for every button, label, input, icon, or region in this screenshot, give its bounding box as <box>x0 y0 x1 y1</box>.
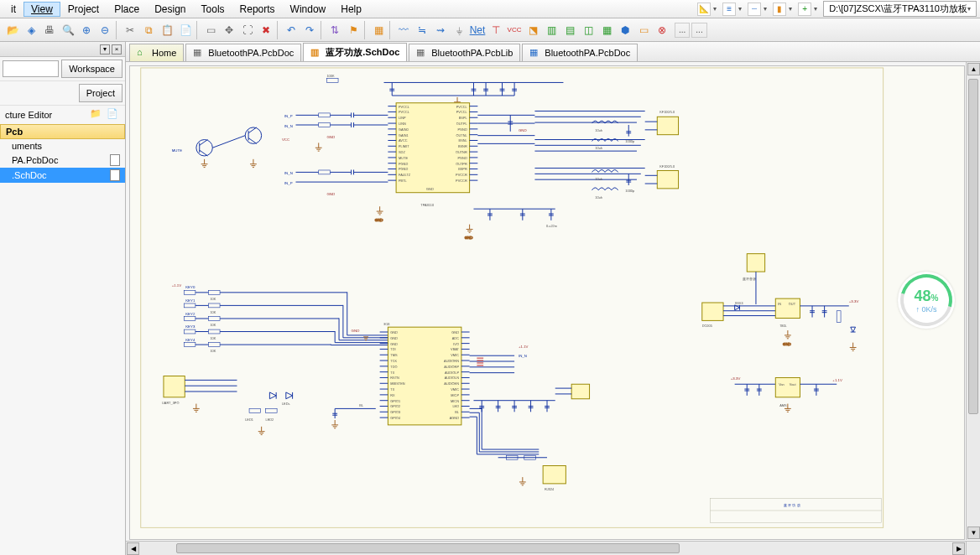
svg-rect-198 <box>184 329 195 334</box>
noconnect-icon[interactable]: ⊗ <box>653 21 671 39</box>
signal-icon[interactable]: ⇝ <box>431 21 450 39</box>
zoom-out-icon[interactable]: ⊖ <box>96 21 114 39</box>
cut-icon[interactable]: ✂ <box>121 21 139 39</box>
performance-widget[interactable]: 48% ↑ 0K/s <box>898 272 955 329</box>
workspace-button[interactable]: Workspace <box>61 60 122 78</box>
svg-text:TMS: TMS <box>390 353 398 357</box>
menu-help[interactable]: Help <box>333 2 369 17</box>
svg-text:KEY4: KEY4 <box>185 338 195 342</box>
svg-text:AVCC: AVCC <box>399 138 408 143</box>
netlabel-icon[interactable]: Net <box>468 21 487 39</box>
sheet3-icon[interactable]: ◫ <box>579 21 597 39</box>
menu-view[interactable]: View <box>23 2 60 17</box>
tab-pcblib[interactable]: ▦BluetoothPA.PcbLib <box>409 44 520 61</box>
svg-text:FAULTZ: FAULTZ <box>399 173 411 177</box>
menu-design[interactable]: Design <box>147 2 193 17</box>
toolbar-more-1[interactable]: ... <box>675 23 690 38</box>
svg-text:GND: GND <box>375 218 383 222</box>
sheet-icon[interactable]: ▥ <box>542 21 560 39</box>
text-icon[interactable]: ▭ <box>634 21 653 39</box>
port-icon[interactable]: ⬔ <box>524 21 542 39</box>
deselect-icon[interactable]: ⛶ <box>238 21 257 39</box>
svg-rect-200 <box>208 329 220 334</box>
home-icon: ⌂ <box>137 47 149 59</box>
svg-text:SDZ: SDZ <box>399 150 405 154</box>
svg-text:1000p: 1000p <box>625 189 634 193</box>
bus-icon[interactable]: ≒ <box>413 21 431 39</box>
tree-group[interactable]: uments <box>0 139 125 153</box>
svg-line-91 <box>212 136 245 148</box>
toolbar-split-2[interactable]: ≡▾ <box>722 3 744 16</box>
svg-text:PVCCR: PVCCR <box>456 179 467 183</box>
menu-window[interactable]: Window <box>283 2 334 17</box>
project-button[interactable]: Project <box>79 84 122 102</box>
toolbar-more-2[interactable]: ... <box>691 23 706 38</box>
toolbar-split-5[interactable]: +▾ <box>798 3 820 16</box>
tab-schdoc[interactable]: ▥蓝牙功放.SchDoc <box>303 43 407 61</box>
vertical-scrollbar[interactable]: ▲ ▼ <box>966 62 980 540</box>
scroll-down-icon[interactable]: ▼ <box>967 526 980 539</box>
menu-it[interactable]: it <box>3 2 23 17</box>
close-icon[interactable]: × <box>112 44 122 54</box>
copy-icon[interactable]: ⧉ <box>139 21 158 39</box>
move-icon[interactable]: ✥ <box>220 21 238 39</box>
menu-tools[interactable]: Tools <box>194 2 232 17</box>
tab-pcbdoc-1[interactable]: ▦BluetoothPA.PcbDoc <box>185 44 301 61</box>
svg-text:GND: GND <box>783 342 791 346</box>
wire-icon[interactable]: 〰 <box>394 21 413 39</box>
vcc-label-icon[interactable]: VCC <box>505 21 524 39</box>
file-path-combo[interactable]: D:\[07]ZSCX\蓝牙TPA3110功放板▾ <box>823 1 977 17</box>
zoom-in-icon[interactable]: ⊕ <box>77 21 96 39</box>
print-icon[interactable]: 🖶 <box>40 21 59 39</box>
select-rect-icon[interactable]: ▭ <box>201 21 220 39</box>
projects-panel: ▾ × Workspace Project cture Editor 📁 📄 P… <box>0 42 126 555</box>
toolbar-split-1[interactable]: 📐▾ <box>697 3 719 16</box>
layers-icon[interactable]: ◈ <box>22 21 40 39</box>
horizontal-scrollbar[interactable]: ◀ ▶ <box>126 541 966 555</box>
workspace-field[interactable] <box>3 60 59 77</box>
svg-rect-188 <box>208 303 220 308</box>
toolbar-split-4[interactable]: ▮▾ <box>773 3 795 16</box>
svg-text:PVCCL: PVCCL <box>456 110 468 114</box>
scroll-right-icon[interactable]: ▶ <box>952 542 965 555</box>
menu-place[interactable]: Place <box>107 2 147 17</box>
scroll-thumb[interactable] <box>968 79 978 414</box>
flag-icon[interactable]: ⚑ <box>344 21 362 39</box>
schematic-canvas[interactable]: .w{stroke:#1030a0;stroke-width:1;fill:no… <box>129 65 965 540</box>
updown-icon[interactable]: ⇅ <box>326 21 344 39</box>
redo-icon[interactable]: ↷ <box>300 21 319 39</box>
undo-icon[interactable]: ↶ <box>282 21 300 39</box>
scroll-left-icon[interactable]: ◀ <box>127 542 139 555</box>
svg-text:MICN: MICN <box>451 399 459 403</box>
open-icon[interactable]: 📂 <box>3 21 22 39</box>
tab-pcbdoc-2[interactable]: ▦BluetoothPA.PcbDoc <box>522 44 638 61</box>
svg-text:MUTE: MUTE <box>172 148 182 153</box>
tree-item-pcbdoc[interactable]: PA.PcbDoc <box>0 153 125 168</box>
toolbar-split-3[interactable]: ┄▾ <box>748 3 769 16</box>
svg-text:OUTNR: OUTNR <box>456 150 467 154</box>
menu-project[interactable]: Project <box>60 2 107 17</box>
vcc-icon[interactable]: ⊤ <box>487 21 505 39</box>
tree-header[interactable]: Pcb <box>0 124 125 139</box>
tree-item-schdoc[interactable]: .SchDoc <box>0 168 125 183</box>
folder-icon[interactable]: 📁 <box>90 108 103 122</box>
part2-icon[interactable]: ⬢ <box>616 21 634 39</box>
tab-home[interactable]: ⌂Home <box>129 44 184 61</box>
svg-text:OUTPL: OUTPL <box>456 122 468 126</box>
delete-icon[interactable]: ✖ <box>257 21 275 39</box>
svg-text:+1.1V: +1.1V <box>832 378 842 382</box>
paste-icon[interactable]: 📋 <box>158 21 176 39</box>
sheet2-icon[interactable]: ▤ <box>560 21 579 39</box>
chevron-down-icon[interactable]: ▾ <box>100 44 110 54</box>
scroll-thumb[interactable] <box>176 543 680 553</box>
harness-icon[interactable]: ▦ <box>597 21 616 39</box>
menu-reports[interactable]: Reports <box>232 2 283 17</box>
scroll-up-icon[interactable]: ▲ <box>967 63 980 75</box>
document-icon[interactable]: 📄 <box>107 108 120 122</box>
paste2-icon[interactable]: 📄 <box>176 21 195 39</box>
svg-text:0.u22m: 0.u22m <box>546 224 557 228</box>
part-icon[interactable]: ▦ <box>369 21 388 39</box>
svg-text:BL: BL <box>455 410 460 414</box>
zoom-fit-icon[interactable]: 🔍 <box>59 21 77 39</box>
gnd-icon[interactable]: ⏚ <box>450 21 468 39</box>
